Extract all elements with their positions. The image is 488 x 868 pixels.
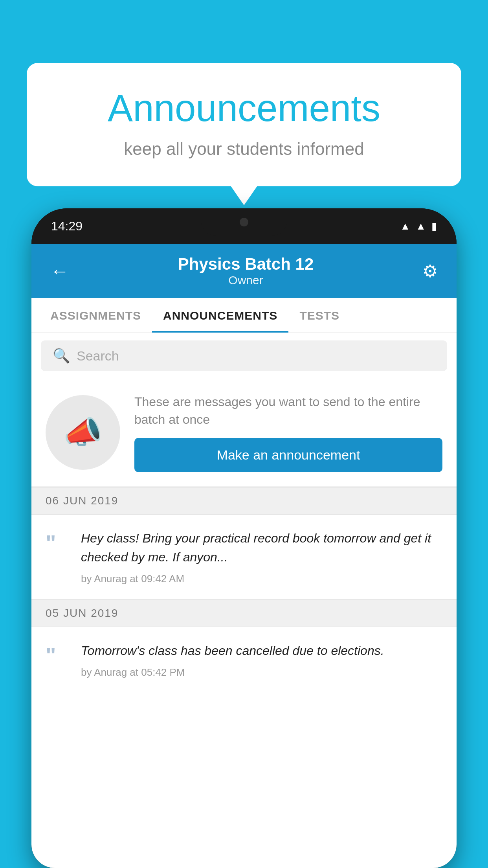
search-icon: 🔍 — [53, 348, 70, 364]
app-content: ← Physics Batch 12 Owner ⚙ ASSIGNMENTS A… — [31, 244, 457, 868]
settings-button[interactable]: ⚙ — [422, 261, 438, 281]
battery-icon: ▮ — [431, 220, 437, 232]
announcement-icon-circle: 📣 — [46, 395, 120, 470]
back-button[interactable]: ← — [50, 260, 69, 282]
date-divider-1: 06 JUN 2019 — [31, 487, 457, 515]
app-header: ← Physics Batch 12 Owner ⚙ — [31, 244, 457, 298]
announcement-item-2: " Tomorrow's class has been cancelled du… — [31, 627, 457, 693]
announcement-description: These are messages you want to send to t… — [134, 393, 442, 428]
announcement-text-2: Tomorrow's class has been cancelled due … — [81, 641, 442, 660]
phone-notch — [201, 208, 287, 236]
speech-bubble-section: Announcements keep all your students inf… — [27, 63, 461, 186]
owner-label: Owner — [178, 274, 314, 287]
camera — [240, 218, 248, 226]
date-divider-2: 05 JUN 2019 — [31, 600, 457, 627]
status-time: 14:29 — [51, 219, 83, 234]
status-bar: 14:29 ▲ ▲ ▮ — [31, 208, 457, 244]
announcement-body-2: Tomorrow's class has been cancelled due … — [81, 641, 442, 679]
announcement-prompt-right: These are messages you want to send to t… — [134, 393, 442, 472]
batch-title: Physics Batch 12 — [178, 255, 314, 274]
bubble-subtitle: keep all your students informed — [58, 139, 430, 159]
tab-assignments[interactable]: ASSIGNMENTS — [39, 298, 152, 332]
announcement-text-1: Hey class! Bring your practical record b… — [81, 529, 442, 566]
tabs-bar: ASSIGNMENTS ANNOUNCEMENTS TESTS — [31, 298, 457, 333]
signal-icon: ▲ — [416, 220, 426, 232]
status-icons: ▲ ▲ ▮ — [400, 220, 437, 232]
make-announcement-button[interactable]: Make an announcement — [134, 438, 442, 472]
search-container: 🔍 Search — [31, 333, 457, 379]
search-placeholder: Search — [77, 348, 119, 364]
speech-bubble-card: Announcements keep all your students inf… — [27, 63, 461, 186]
announcement-meta-1: by Anurag at 09:42 AM — [81, 573, 442, 585]
tab-tests[interactable]: TESTS — [288, 298, 350, 332]
bubble-title: Announcements — [58, 86, 430, 130]
header-center: Physics Batch 12 Owner — [178, 255, 314, 287]
phone-frame: 14:29 ▲ ▲ ▮ ← Physics Batch 12 Owner ⚙ A… — [31, 208, 457, 868]
megaphone-icon: 📣 — [63, 414, 103, 451]
tab-announcements[interactable]: ANNOUNCEMENTS — [152, 298, 288, 332]
wifi-icon: ▲ — [400, 220, 411, 232]
announcement-body-1: Hey class! Bring your practical record b… — [81, 529, 442, 585]
quote-icon-1: " — [46, 529, 69, 554]
quote-icon-2: " — [46, 641, 69, 666]
search-bar[interactable]: 🔍 Search — [41, 340, 447, 371]
announcement-prompt: 📣 These are messages you want to send to… — [31, 379, 457, 487]
announcement-item-1: " Hey class! Bring your practical record… — [31, 515, 457, 600]
announcement-meta-2: by Anurag at 05:42 PM — [81, 666, 442, 679]
